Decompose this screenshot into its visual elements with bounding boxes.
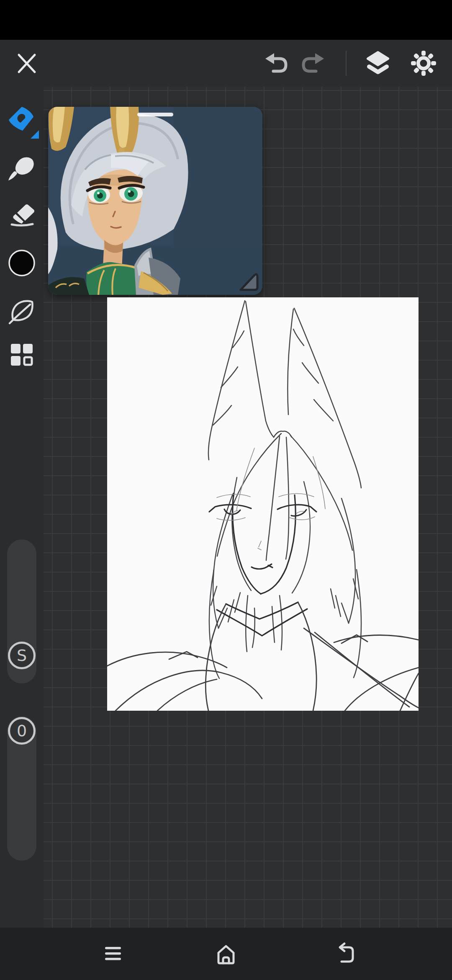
tool-materials[interactable] <box>6 339 37 370</box>
home-button[interactable] <box>214 942 238 965</box>
grid-squares-icon <box>6 339 37 370</box>
gear-icon <box>410 49 437 77</box>
layers-button[interactable] <box>364 49 392 77</box>
back-button[interactable] <box>333 942 356 965</box>
tool-sidebar: S 0 <box>0 87 44 928</box>
leaf-icon <box>6 297 37 328</box>
menu-lines-icon <box>101 942 125 965</box>
brush-size-handle[interactable]: S <box>8 642 36 669</box>
eraser-icon <box>6 200 37 231</box>
reference-image[interactable] <box>48 107 262 295</box>
toolbar-divider <box>346 51 347 76</box>
tool-smudge[interactable] <box>6 153 37 184</box>
opacity-handle-label: 0 <box>17 722 27 740</box>
tool-brush[interactable] <box>6 105 37 136</box>
reference-image-picture <box>48 107 262 295</box>
reference-resize-handle[interactable] <box>237 271 260 293</box>
close-x-icon <box>13 49 41 77</box>
redo-arrow-icon <box>301 49 329 77</box>
color-swatch-icon <box>6 248 37 279</box>
top-toolbar <box>0 40 452 87</box>
tool-smooth[interactable] <box>6 297 37 328</box>
status-bar <box>0 0 452 40</box>
resize-triangle-icon <box>237 271 260 293</box>
brush-size-handle-label: S <box>17 646 27 665</box>
canvas-workspace[interactable] <box>44 87 452 928</box>
undo-button[interactable] <box>260 49 288 77</box>
home-icon <box>214 942 238 965</box>
tool-color-swatch[interactable] <box>6 248 37 279</box>
layers-stack-icon <box>364 49 392 77</box>
character-sketch <box>107 297 419 711</box>
redo-button[interactable] <box>301 49 329 77</box>
app-screen: S 0 <box>0 0 452 980</box>
tool-eraser[interactable] <box>6 200 37 231</box>
drawing-canvas[interactable] <box>107 297 419 711</box>
smudge-finger-icon <box>6 153 37 184</box>
main-area: S 0 <box>0 87 452 928</box>
close-button[interactable] <box>13 49 41 77</box>
flyout-corner-indicator <box>31 130 39 139</box>
recents-button[interactable] <box>101 942 125 965</box>
undo-arrow-icon <box>260 49 288 77</box>
opacity-handle[interactable]: 0 <box>8 717 36 745</box>
android-nav-bar <box>0 928 452 980</box>
settings-button[interactable] <box>410 49 437 77</box>
reference-drag-handle[interactable] <box>137 113 173 116</box>
back-arrow-icon <box>333 942 356 965</box>
